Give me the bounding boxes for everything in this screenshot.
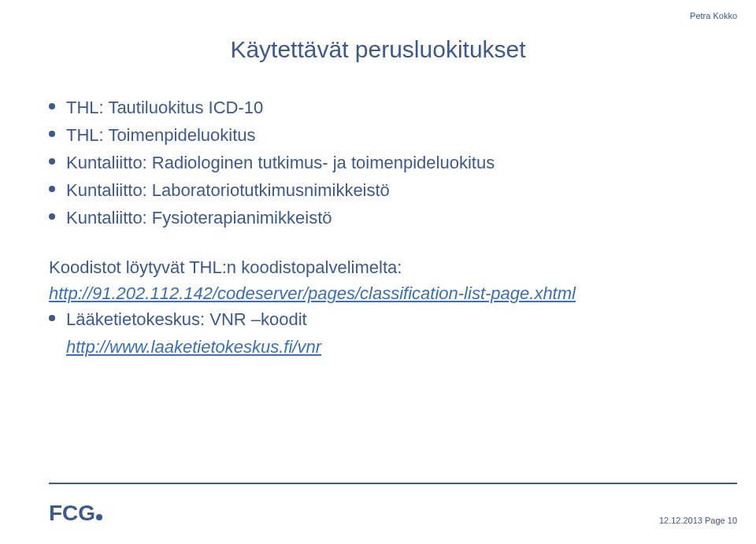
list-item-text: Kuntaliitto: Fysioterapianimikkeistö <box>66 208 332 228</box>
list-item-text: Kuntaliitto: Radiologinen tutkimus- ja t… <box>66 153 495 172</box>
slide: Petra Kokko Käytettävät perusluokitukset… <box>0 0 756 544</box>
list-item-text: Kuntaliitto: Laboratoriotutkimusnimikkei… <box>66 180 390 200</box>
laaketietokeskus-link[interactable]: http://www.laaketietokeskus.fi/vnr <box>66 337 321 357</box>
footer-page-text: Page 10 <box>705 516 737 525</box>
bullet-list-secondary: Lääketietokeskus: VNR –koodit <box>49 306 707 332</box>
logo-dot-icon <box>96 514 102 520</box>
list-item: THL: Toimenpideluokitus <box>49 122 707 148</box>
list-item: THL: Tautiluokitus ICD-10 <box>49 94 707 120</box>
author-name: Petra Kokko <box>690 11 737 20</box>
list-item: Lääketietokeskus: VNR –koodit <box>49 306 707 332</box>
bullet-list-primary: THL: Tautiluokitus ICD-10 THL: Toimenpid… <box>49 94 707 231</box>
footer-date-text: 12.12.2013 <box>659 516 702 525</box>
slide-title: Käytettävät perusluokitukset <box>0 36 756 63</box>
fcg-logo: FCG <box>49 497 120 528</box>
list-item-text: THL: Toimenpideluokitus <box>66 125 256 145</box>
list-item: Kuntaliitto: Fysioterapianimikkeistö <box>49 205 707 231</box>
content-area: THL: Tautiluokitus ICD-10 THL: Toimenpid… <box>49 94 707 360</box>
list-item-text: THL: Tautiluokitus ICD-10 <box>66 98 263 117</box>
footer-divider <box>49 483 737 484</box>
list-item-text: Lääketietokeskus: VNR –koodit <box>66 309 307 329</box>
codeserver-link[interactable]: http://91.202.112.142/codeserver/pages/c… <box>49 283 576 303</box>
paragraph: Koodistot löytyvät THL:n koodistopalveli… <box>49 254 707 280</box>
list-item: Kuntaliitto: Radiologinen tutkimus- ja t… <box>49 150 707 176</box>
footer-meta: 12.12.2013 Page 10 <box>659 516 737 525</box>
link-line: http://www.laaketietokeskus.fi/vnr <box>49 334 707 360</box>
logo-text: FCG <box>49 501 95 525</box>
link-line: http://91.202.112.142/codeserver/pages/c… <box>49 280 707 306</box>
list-item: Kuntaliitto: Laboratoriotutkimusnimikkei… <box>49 177 707 203</box>
